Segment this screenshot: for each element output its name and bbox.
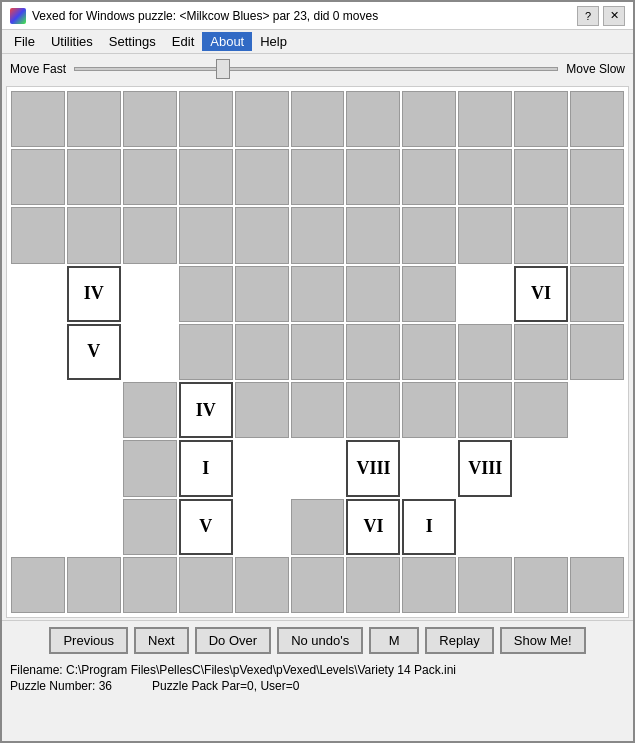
- grid-cell[interactable]: [402, 266, 456, 322]
- menu-about[interactable]: About: [202, 32, 252, 51]
- grid-cell[interactable]: [123, 266, 177, 322]
- show-me-button[interactable]: Show Me!: [500, 627, 586, 654]
- grid-cell[interactable]: [458, 266, 512, 322]
- grid-cell[interactable]: [346, 557, 400, 613]
- grid-cell[interactable]: [11, 557, 65, 613]
- next-button[interactable]: Next: [134, 627, 189, 654]
- grid-cell[interactable]: [570, 499, 624, 555]
- grid-cell[interactable]: [11, 266, 65, 322]
- grid-cell[interactable]: [179, 557, 233, 613]
- close-button[interactable]: ✕: [603, 6, 625, 26]
- grid-cell[interactable]: [570, 207, 624, 263]
- grid-cell[interactable]: [11, 499, 65, 555]
- grid-cell[interactable]: [402, 557, 456, 613]
- grid-cell[interactable]: [458, 91, 512, 147]
- grid-cell[interactable]: [346, 91, 400, 147]
- grid-cell[interactable]: [235, 440, 289, 496]
- grid-cell[interactable]: [291, 207, 345, 263]
- grid-cell[interactable]: [514, 440, 568, 496]
- grid-cell[interactable]: [458, 324, 512, 380]
- grid-cell[interactable]: [402, 382, 456, 438]
- grid-cell[interactable]: [570, 382, 624, 438]
- grid-cell[interactable]: [402, 207, 456, 263]
- grid-cell[interactable]: [346, 382, 400, 438]
- grid-cell[interactable]: [179, 324, 233, 380]
- grid-cell[interactable]: [570, 149, 624, 205]
- grid-cell[interactable]: [346, 324, 400, 380]
- grid-cell[interactable]: [458, 149, 512, 205]
- grid-cell[interactable]: [514, 557, 568, 613]
- grid-cell[interactable]: [11, 207, 65, 263]
- menu-file[interactable]: File: [6, 32, 43, 51]
- grid-cell[interactable]: [123, 149, 177, 205]
- labeled-block[interactable]: VI: [514, 266, 568, 322]
- labeled-block[interactable]: V: [67, 324, 121, 380]
- grid-cell[interactable]: [235, 266, 289, 322]
- grid-cell[interactable]: [123, 91, 177, 147]
- grid-cell[interactable]: [570, 440, 624, 496]
- grid-cell[interactable]: [123, 440, 177, 496]
- grid-cell[interactable]: [123, 557, 177, 613]
- grid-cell[interactable]: [570, 266, 624, 322]
- grid-cell[interactable]: [67, 149, 121, 205]
- grid-cell[interactable]: [67, 557, 121, 613]
- menu-edit[interactable]: Edit: [164, 32, 202, 51]
- no-undos-button[interactable]: No undo's: [277, 627, 363, 654]
- grid-cell[interactable]: [235, 91, 289, 147]
- grid-cell[interactable]: [11, 91, 65, 147]
- labeled-block[interactable]: IV: [179, 382, 233, 438]
- grid-cell[interactable]: [291, 499, 345, 555]
- grid-cell[interactable]: [291, 149, 345, 205]
- grid-cell[interactable]: [458, 499, 512, 555]
- grid-cell[interactable]: [291, 382, 345, 438]
- help-button[interactable]: ?: [577, 6, 599, 26]
- grid-cell[interactable]: [514, 499, 568, 555]
- do-over-button[interactable]: Do Over: [195, 627, 271, 654]
- labeled-block[interactable]: I: [179, 440, 233, 496]
- grid-cell[interactable]: [235, 499, 289, 555]
- menu-utilities[interactable]: Utilities: [43, 32, 101, 51]
- menu-help[interactable]: Help: [252, 32, 295, 51]
- grid-cell[interactable]: [514, 382, 568, 438]
- grid-cell[interactable]: [514, 324, 568, 380]
- grid-cell[interactable]: [402, 440, 456, 496]
- replay-button[interactable]: Replay: [425, 627, 493, 654]
- grid-cell[interactable]: [67, 499, 121, 555]
- grid-cell[interactable]: [291, 440, 345, 496]
- labeled-block[interactable]: VIII: [458, 440, 512, 496]
- previous-button[interactable]: Previous: [49, 627, 128, 654]
- grid-cell[interactable]: [11, 324, 65, 380]
- grid-cell[interactable]: [514, 91, 568, 147]
- labeled-block[interactable]: VI: [346, 499, 400, 555]
- grid-cell[interactable]: [235, 382, 289, 438]
- menu-settings[interactable]: Settings: [101, 32, 164, 51]
- grid-cell[interactable]: [458, 382, 512, 438]
- grid-cell[interactable]: [402, 324, 456, 380]
- grid-cell[interactable]: [179, 91, 233, 147]
- grid-cell[interactable]: [123, 499, 177, 555]
- m-button[interactable]: M: [369, 627, 419, 654]
- grid-cell[interactable]: [67, 440, 121, 496]
- grid-cell[interactable]: [402, 149, 456, 205]
- grid-cell[interactable]: [11, 149, 65, 205]
- grid-cell[interactable]: [67, 382, 121, 438]
- grid-cell[interactable]: [402, 91, 456, 147]
- speed-slider[interactable]: [74, 67, 558, 71]
- grid-cell[interactable]: [179, 149, 233, 205]
- grid-cell[interactable]: [235, 207, 289, 263]
- grid-cell[interactable]: [67, 91, 121, 147]
- labeled-block[interactable]: V: [179, 499, 233, 555]
- grid-cell[interactable]: [235, 149, 289, 205]
- grid-cell[interactable]: [291, 324, 345, 380]
- grid-cell[interactable]: [291, 557, 345, 613]
- labeled-block[interactable]: I: [402, 499, 456, 555]
- labeled-block[interactable]: VIII: [346, 440, 400, 496]
- grid-cell[interactable]: [570, 557, 624, 613]
- labeled-block[interactable]: IV: [67, 266, 121, 322]
- grid-cell[interactable]: [123, 207, 177, 263]
- grid-cell[interactable]: [235, 324, 289, 380]
- grid-cell[interactable]: [123, 382, 177, 438]
- grid-cell[interactable]: [570, 324, 624, 380]
- grid-cell[interactable]: [291, 266, 345, 322]
- grid-cell[interactable]: [235, 557, 289, 613]
